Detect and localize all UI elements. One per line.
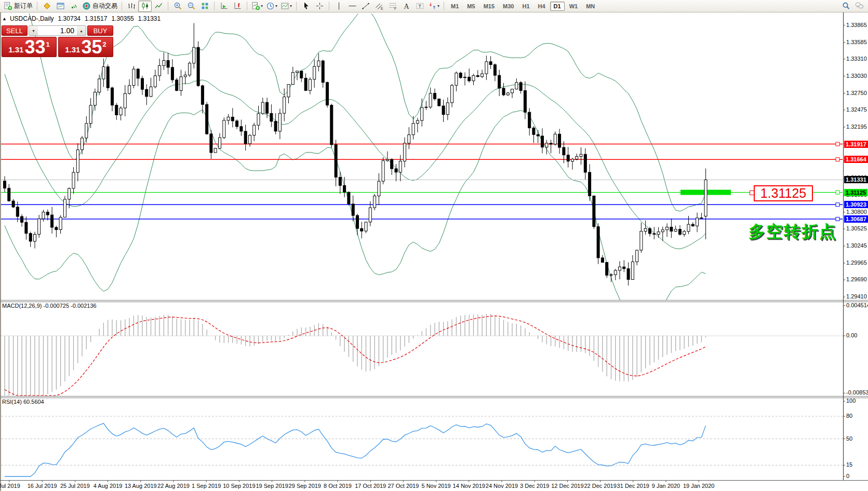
arrows-button[interactable]: ▾ <box>426 1 441 12</box>
periods-icon <box>266 2 275 10</box>
rsi-label-row: RSI(14) 60.5604 <box>2 399 44 405</box>
macd-histogram[interactable] <box>5 314 706 395</box>
timeframe-D1[interactable]: D1 <box>550 2 565 11</box>
chart-shift-icon <box>233 2 242 10</box>
chevron-down-icon: ▾ <box>275 4 277 8</box>
autoscroll-icon <box>220 2 229 10</box>
resistance-line-1-marker[interactable] <box>836 142 839 146</box>
rsi-level-lines <box>1 416 843 465</box>
buy-button[interactable]: BUY <box>87 25 113 36</box>
macd-value-main: -0.000725 <box>43 303 69 309</box>
indicators-button[interactable]: ▾ <box>250 1 264 12</box>
crosshair-button[interactable] <box>313 1 326 12</box>
timeframe-MN[interactable]: MN <box>582 2 598 11</box>
ohlc-high: 1.31517 <box>85 15 107 22</box>
search-button[interactable] <box>839 1 852 12</box>
buy-price-panel[interactable]: 1.31 35 2 <box>58 37 113 57</box>
timeframe-M1[interactable]: M1 <box>447 2 462 11</box>
price-callout-box[interactable]: 1.31125 <box>754 185 813 201</box>
crosshair-icon <box>315 2 324 10</box>
timeframe-M15[interactable]: M15 <box>480 2 498 11</box>
candles-chart-button[interactable] <box>138 1 152 12</box>
volume-decrease-button[interactable]: ▼ <box>29 26 38 35</box>
signals-button[interactable] <box>67 1 81 12</box>
zoom-out-button[interactable] <box>184 1 198 12</box>
timeframe-M30[interactable]: M30 <box>499 2 517 11</box>
new-chart-button[interactable] <box>54 1 67 12</box>
chat-button[interactable] <box>852 1 866 12</box>
autotrade-icon <box>82 2 91 10</box>
svg-text:T: T <box>418 4 421 9</box>
periods-button[interactable]: ▾ <box>264 1 279 12</box>
new-order-icon <box>4 2 12 10</box>
key-level-line-marker[interactable] <box>836 190 839 194</box>
macd-signal-line[interactable] <box>5 316 706 395</box>
svg-text:F: F <box>394 7 396 10</box>
sell-price-big: 33 <box>24 38 45 56</box>
sell-price-small: 1.31 <box>8 45 23 54</box>
chart-title-row: ▲ USDCAD-,Daily 1.30734 1.31517 1.30355 … <box>2 15 161 22</box>
tile-windows-icon <box>201 2 209 10</box>
new-chart-icon <box>56 2 65 10</box>
toolbar-separator <box>296 2 297 10</box>
chart-shift-button[interactable] <box>231 1 244 12</box>
deal-button[interactable] <box>40 1 54 12</box>
new-order-button[interactable]: 新订单 <box>2 1 34 12</box>
support-line-1-marker[interactable] <box>836 203 839 207</box>
rsi-label: RSI(14) <box>2 399 22 405</box>
hline-button[interactable] <box>345 1 359 12</box>
zoom-out-icon <box>187 2 196 10</box>
volume-input[interactable] <box>38 26 77 35</box>
template-icon <box>281 2 289 10</box>
toolbar-separator <box>247 2 247 10</box>
chart-surface[interactable] <box>0 0 868 491</box>
bollinger-lower-line <box>5 110 706 324</box>
cursor-icon <box>302 2 311 10</box>
zoom-in-button[interactable] <box>171 1 184 12</box>
template-button[interactable]: ▾ <box>279 1 293 12</box>
timeframe-H1[interactable]: H1 <box>518 2 533 11</box>
line-chart-button[interactable] <box>152 1 165 12</box>
sell-price-sup: 1 <box>46 40 50 48</box>
buy-price-big: 35 <box>81 38 102 56</box>
chevron-down-icon: ▾ <box>437 4 439 8</box>
ohlc-low: 1.30355 <box>111 15 133 22</box>
tile-windows-button[interactable] <box>198 1 211 12</box>
vline-icon <box>335 2 343 10</box>
toolbar-separator <box>37 2 37 10</box>
timeframe-H4[interactable]: H4 <box>535 2 549 11</box>
fibo-icon: F <box>389 2 397 10</box>
sell-button[interactable]: SELL <box>2 25 28 36</box>
buy-price-small: 1.31 <box>65 45 80 54</box>
text-button[interactable]: A <box>399 1 413 12</box>
ohlc-close: 1.31331 <box>138 15 161 22</box>
sell-price-panel[interactable]: 1.31 33 1 <box>2 37 57 57</box>
fibo-button[interactable]: F <box>386 1 399 12</box>
timeframe-W1[interactable]: W1 <box>566 2 582 11</box>
ohlc-open: 1.30734 <box>58 15 81 22</box>
candlestick-series[interactable] <box>4 23 707 286</box>
autotrade-button[interactable]: 自动交易 <box>81 1 119 12</box>
bars-chart-button[interactable] <box>125 1 138 12</box>
label-icon: T <box>416 2 424 10</box>
toolbar-separator <box>444 2 444 10</box>
autoscroll-button[interactable] <box>217 1 231 12</box>
trendline-button[interactable] <box>359 1 372 12</box>
rsi-line[interactable] <box>5 424 706 476</box>
bull-bear-turning-point-text[interactable]: 多空转折点 <box>749 221 837 243</box>
chevron-down-icon: ▾ <box>261 4 263 8</box>
cursor-button[interactable] <box>299 1 313 12</box>
label-button[interactable]: T <box>413 1 426 12</box>
zoom-in-icon <box>173 2 182 10</box>
rsi-value: 60.5604 <box>23 399 44 405</box>
timeframe-M5[interactable]: M5 <box>463 2 478 11</box>
vline-button[interactable] <box>332 1 345 12</box>
line-chart-icon <box>154 2 163 10</box>
toolbar-separator <box>168 2 168 10</box>
toolbar-separator <box>329 2 329 10</box>
volume-increase-button[interactable]: ▲ <box>77 26 86 35</box>
macd-value-signal: -0.002136 <box>71 303 97 309</box>
channel-button[interactable]: E <box>372 1 386 12</box>
resistance-line-2-marker[interactable] <box>836 158 839 161</box>
one-click-trade-panel: SELL ▼ ▲ BUY 1.31 33 1 1.31 35 2 <box>2 25 113 57</box>
